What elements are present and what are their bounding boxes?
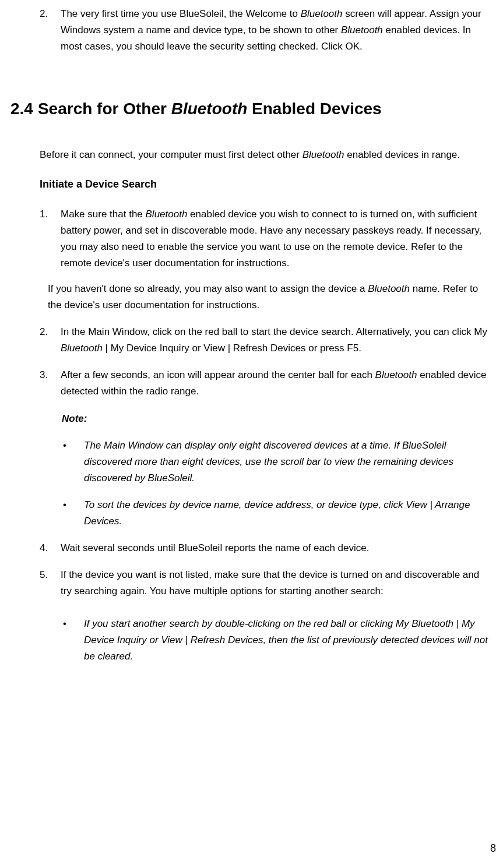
text: Before it can connect, your computer mus… <box>40 149 302 160</box>
list-item-2-top: 2. The very first time you use BlueSolei… <box>40 6 497 55</box>
list-number: 4. <box>40 540 61 556</box>
list-body: After a few seconds, an icon will appear… <box>61 367 493 400</box>
list-number: 2. <box>40 324 61 357</box>
text-italic: Bluetooth <box>302 149 344 160</box>
list-item-3: 3. After a few seconds, an icon will app… <box>40 367 497 400</box>
option-bullet-1: • If you start another search by double-… <box>63 616 494 665</box>
text: The very first time you use BlueSoleil, … <box>61 8 301 19</box>
list-number: 3. <box>40 367 61 400</box>
bullet-icon: • <box>63 616 84 665</box>
text: | My Device Inquiry or View | Refresh De… <box>103 343 361 354</box>
bullet-icon: • <box>63 497 84 530</box>
note-label: Note: <box>62 411 497 427</box>
list-body: If the device you want is not listed, ma… <box>61 567 493 599</box>
list-item-1: 1. Make sure that the Bluetooth enabled … <box>40 206 497 271</box>
heading-text-italic: Bluetooth <box>171 100 248 118</box>
list-body: The very first time you use BlueSoleil, … <box>61 6 493 55</box>
text-italic: Bluetooth <box>375 369 417 380</box>
text-italic: Bluetooth <box>368 283 410 294</box>
intro-paragraph: Before it can connect, your computer mus… <box>40 147 491 163</box>
heading-text: Enabled Devices <box>247 100 381 118</box>
text-italic: Bluetooth <box>341 24 383 36</box>
list-number: 2. <box>40 6 61 55</box>
text: After a few seconds, an icon will appear… <box>61 369 375 380</box>
list-item-4: 4. Wait several seconds until BlueSoleil… <box>40 540 497 556</box>
bullet-body: To sort the devices by device name, devi… <box>84 497 494 530</box>
page-number: 8 <box>490 840 496 858</box>
list-body: Wait several seconds until BlueSoleil re… <box>61 540 493 556</box>
text: Make sure that the <box>61 209 146 220</box>
list-number: 1. <box>40 206 61 271</box>
list-body: In the Main Window, click on the red bal… <box>61 324 493 357</box>
text: If you haven't done so already, you may … <box>48 283 368 294</box>
section-heading: 2.4Search for Other Bluetooth Enabled De… <box>10 96 497 122</box>
list-item-5: 5. If the device you want is not listed,… <box>40 567 497 599</box>
list-body: Make sure that the Bluetooth enabled dev… <box>61 206 493 271</box>
note-bullet-2: • To sort the devices by device name, de… <box>63 497 494 530</box>
followup-paragraph: If you haven't done so already, you may … <box>48 281 491 313</box>
bullet-body: If you start another search by double-cl… <box>84 616 494 665</box>
subheading: Initiate a Device Search <box>40 176 497 193</box>
text: In the Main Window, click on the red bal… <box>61 326 487 337</box>
list-item-2: 2. In the Main Window, click on the red … <box>40 324 497 357</box>
list-number: 5. <box>40 567 61 599</box>
bullet-icon: • <box>63 437 84 486</box>
heading-text: Search for Other <box>38 100 171 118</box>
text-italic: Bluetooth <box>61 343 103 354</box>
text-italic: Bluetooth <box>146 209 188 220</box>
section-number: 2.4 <box>10 100 33 118</box>
text-italic: Bluetooth <box>301 8 343 19</box>
note-bullet-1: • The Main Window can display only eight… <box>63 437 494 486</box>
bullet-body: The Main Window can display only eight d… <box>84 437 494 486</box>
text: enabled devices in range. <box>344 149 460 160</box>
